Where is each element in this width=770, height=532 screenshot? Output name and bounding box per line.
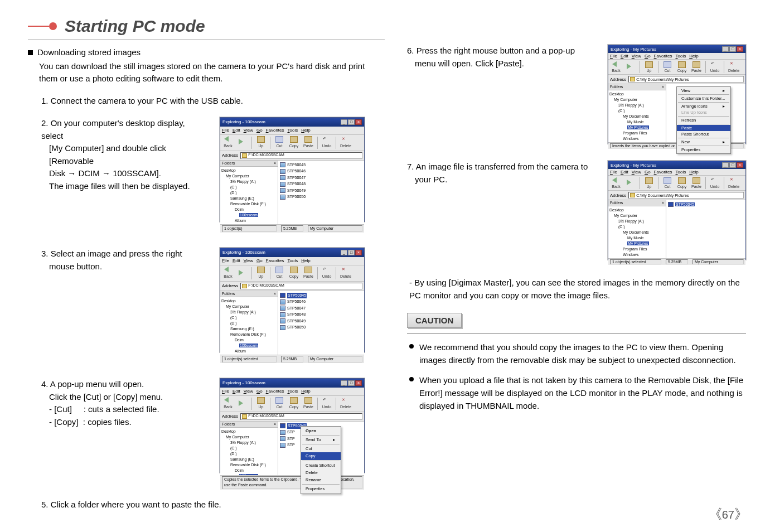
ctx-sendto[interactable]: Send To▸ [301, 436, 341, 443]
close-button[interactable]: × [355, 250, 362, 255]
menu-view[interactable]: View [244, 258, 253, 264]
menu-edit[interactable]: Edit [233, 388, 240, 395]
maximize-button[interactable]: □ [729, 162, 736, 168]
ctx-copy[interactable]: Copy [301, 452, 341, 460]
paste-button[interactable]: Paste [302, 397, 314, 410]
menu-tools[interactable]: Tools [288, 127, 298, 134]
minimize-button[interactable]: _ [722, 162, 729, 168]
menu-go[interactable]: Go [645, 170, 651, 175]
folder-tree[interactable]: Folders× Desktop My Computer 3½ Floppy (… [608, 200, 666, 258]
ctx-customize[interactable]: Customize this Folder... [677, 95, 730, 101]
delete-button[interactable]: ✕Delete [727, 61, 740, 72]
context-menu-blank[interactable]: View▸ Customize this Folder... Arrange I… [676, 86, 731, 154]
menu-edit[interactable]: Edit [621, 170, 628, 175]
menu-edit[interactable]: Edit [233, 127, 240, 134]
copy-button[interactable]: Copy [676, 61, 688, 72]
menu-file[interactable]: File [222, 388, 229, 395]
address-input[interactable]: F:\DCIM\100SSCAM [240, 413, 362, 420]
menu-go[interactable]: Go [645, 54, 651, 59]
minimize-button[interactable]: _ [341, 380, 347, 386]
menu-favorites[interactable]: Favorites [654, 54, 672, 59]
back-button[interactable]: Back [610, 61, 622, 72]
paste-button[interactable]: Paste [302, 267, 314, 280]
menu-go[interactable]: Go [256, 127, 263, 134]
maximize-button[interactable]: □ [348, 380, 355, 386]
delete-button[interactable]: ✕Delete [727, 177, 740, 188]
maximize-button[interactable]: □ [729, 46, 736, 52]
file-list[interactable]: View▸ Customize this Folder... Arrange I… [666, 84, 745, 142]
paste-button[interactable]: Paste [690, 61, 703, 72]
context-menu-file[interactable]: Open Send To▸ Cut Copy Create Shortcut D… [301, 426, 341, 494]
copy-button[interactable]: Copy [288, 136, 300, 149]
menu-help[interactable]: Help [301, 127, 310, 134]
ctx-properties[interactable]: Properties [677, 147, 730, 153]
undo-button[interactable]: ↶Undo [321, 397, 333, 410]
folder-tree[interactable]: Folders× Desktop My Computer 3½ Floppy (… [608, 84, 666, 142]
menu-tools[interactable]: Tools [676, 170, 686, 175]
paste-button[interactable]: Paste [690, 177, 703, 188]
copy-button[interactable]: Copy [676, 177, 688, 188]
file-list[interactable]: STP50045 [666, 200, 745, 258]
address-input[interactable]: C:\My Documents\My Pictures [628, 192, 744, 199]
menu-favorites[interactable]: Favorites [654, 170, 672, 175]
menu-file[interactable]: File [222, 258, 229, 264]
back-button[interactable]: Back [222, 136, 234, 149]
menu-edit[interactable]: Edit [621, 54, 628, 59]
menu-help[interactable]: Help [689, 54, 698, 59]
cut-button[interactable]: Cut [661, 177, 674, 188]
up-button[interactable]: Up [255, 136, 267, 149]
forward-button[interactable] [236, 270, 249, 277]
paste-button[interactable]: Paste [302, 136, 314, 149]
folder-tree[interactable]: Folders× Desktop My Computer 3½ Floppy (… [220, 422, 278, 475]
ctx-shortcut[interactable]: Create Shortcut [301, 462, 341, 469]
minimize-button[interactable]: _ [341, 119, 347, 125]
undo-button[interactable]: ↶Undo [709, 177, 721, 188]
menu-file[interactable]: File [610, 54, 617, 59]
ctx-new[interactable]: New▸ [677, 139, 730, 145]
undo-button[interactable]: ↶Undo [321, 267, 333, 280]
ctx-refresh[interactable]: Refresh [677, 117, 730, 123]
menu-help[interactable]: Help [689, 170, 698, 175]
file-list[interactable]: STP50045 STP STP STP Open Send To▸ Cut [278, 422, 364, 475]
ctx-rename[interactable]: Rename [301, 476, 341, 483]
delete-button[interactable]: ✕Delete [339, 136, 352, 149]
menu-help[interactable]: Help [301, 388, 310, 395]
ctx-paste[interactable]: Paste [677, 125, 730, 131]
menu-favorites[interactable]: Favorites [266, 258, 284, 264]
ctx-open[interactable]: Open [301, 427, 341, 434]
up-button[interactable]: Up [643, 61, 655, 72]
menu-view[interactable]: View [632, 54, 641, 59]
close-button[interactable]: × [737, 46, 743, 52]
forward-button[interactable] [236, 400, 249, 407]
close-button[interactable]: × [737, 162, 743, 168]
file-list[interactable]: STP50045 STP50046 STP50047 STP50048 STP5… [278, 291, 364, 355]
up-button[interactable]: Up [255, 267, 267, 280]
menu-go[interactable]: Go [256, 258, 263, 264]
menu-file[interactable]: File [610, 170, 617, 175]
menu-view[interactable]: View [632, 170, 641, 175]
up-button[interactable]: Up [255, 397, 267, 410]
back-button[interactable]: Back [222, 267, 234, 280]
folder-tree[interactable]: Folders× Desktop My Computer 3½ Floppy (… [220, 161, 278, 224]
back-button[interactable]: Back [610, 177, 622, 188]
menu-favorites[interactable]: Favorites [266, 127, 284, 134]
menu-tools[interactable]: Tools [676, 54, 686, 59]
delete-button[interactable]: ✕Delete [339, 267, 352, 280]
back-button[interactable]: Back [222, 397, 234, 410]
forward-button[interactable] [624, 64, 637, 70]
cut-button[interactable]: Cut [661, 61, 674, 72]
ctx-properties[interactable]: Properties [301, 485, 341, 492]
close-button[interactable]: × [355, 119, 362, 125]
cut-button[interactable]: Cut [273, 267, 285, 280]
forward-button[interactable] [624, 180, 637, 186]
forward-button[interactable] [236, 139, 249, 146]
address-input[interactable]: F:\DCIM\100SSCAM [240, 152, 362, 159]
ctx-cut[interactable]: Cut [301, 445, 341, 452]
menu-view[interactable]: View [244, 388, 253, 395]
ctx-paste-shortcut[interactable]: Paste Shortcut [677, 131, 730, 137]
cut-button[interactable]: Cut [273, 397, 285, 410]
undo-button[interactable]: ↶Undo [321, 136, 333, 149]
cut-button[interactable]: Cut [273, 136, 285, 149]
menu-file[interactable]: File [222, 127, 229, 134]
undo-button[interactable]: ↶Undo [709, 61, 721, 72]
